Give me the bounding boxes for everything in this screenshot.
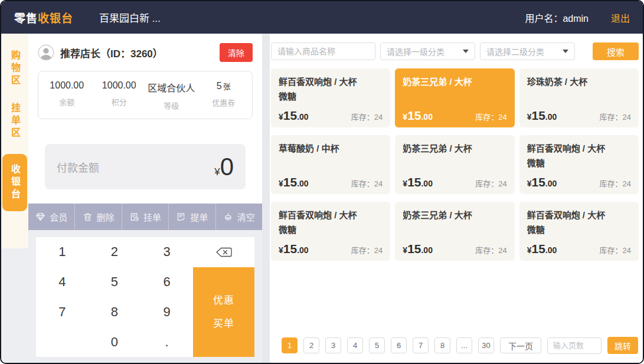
page-button-4[interactable]: 4 (347, 337, 363, 353)
page-button-6[interactable]: 6 (391, 337, 407, 353)
stat-coupons-label: 优惠券 (198, 97, 250, 108)
member-button[interactable]: 会员 (28, 204, 74, 230)
product-name: 鲜百香双响炮 / 大杯 微糖 (279, 75, 383, 104)
product-card[interactable]: 鲜百香双响炮 / 大杯 微糖 ¥15.00 库存：24 (519, 135, 639, 194)
category1-select[interactable]: 请选择一级分类 (380, 42, 475, 60)
product-grid: 鲜百香双响炮 / 大杯 微糖 ¥15.00 库存：24 奶茶三兄弟 / 大杯 ¥… (271, 68, 639, 261)
product-price: ¥15.00 (403, 176, 433, 188)
product-card[interactable]: 草莓酸奶 / 中杯 ¥15.00 库存：24 (271, 135, 390, 194)
trash-icon (83, 212, 93, 222)
stat-points-value: 1000.00 (93, 80, 146, 91)
product-name: 奶茶三兄弟 / 大杯 (403, 208, 506, 223)
product-stock: 库存：24 (600, 111, 631, 122)
sidebar-tab-strip: 购物区 挂单区 收银台 (1, 34, 28, 363)
numpad-key-4[interactable]: 4 (36, 267, 89, 297)
chevron-down-icon (463, 50, 469, 53)
hold-order-icon (129, 212, 139, 222)
clear-member-button[interactable]: 清除 (220, 43, 253, 62)
page-button-1[interactable]: 1 (282, 337, 298, 353)
product-card[interactable]: 奶茶三兄弟 / 大杯 ¥15.00 库存：24 (395, 68, 514, 127)
payment-amount-field[interactable]: 付款金额 ¥ 0 (45, 144, 246, 189)
store-name[interactable]: 百果园白新 ... (99, 10, 161, 25)
top-header-bar: 零售收银台 百果园白新 ... 用户名：admin 退出 (1, 1, 643, 34)
stat-points: 1000.00 积分 (93, 80, 146, 111)
product-name: 奶茶三兄弟 / 大杯 (403, 75, 506, 90)
numpad-key-1[interactable]: 1 (36, 237, 89, 267)
stat-balance-label: 余额 (41, 96, 93, 107)
search-button[interactable]: 搜索 (593, 42, 639, 60)
payment-placeholder: 付款金额 (57, 159, 99, 175)
hold-order-button[interactable]: 挂单 (122, 204, 168, 230)
jump-button[interactable]: 跳转 (607, 337, 638, 354)
page-button-30[interactable]: 30 (478, 337, 494, 353)
numpad-key-0[interactable]: 0 (89, 327, 141, 357)
product-stock: 库存：24 (475, 244, 506, 255)
app-title: 零售收银台 (14, 9, 73, 25)
numpad-key-6[interactable]: 6 (140, 267, 193, 297)
product-search-bar: 请选择一级分类 请选择二级分类 搜索 (271, 42, 639, 60)
numpad-key-7[interactable]: 7 (36, 297, 89, 327)
page-button-3[interactable]: 3 (325, 337, 341, 353)
member-button-label: 会员 (50, 211, 67, 223)
stat-coupons-value: 5 (217, 81, 222, 91)
header-right-group: 用户名：admin 退出 (525, 11, 630, 25)
cashier-panel: 推荐店长（ID：3260） 清除 1000.00 余额 1000.00 积分 区… (28, 34, 262, 363)
panel-divider (262, 34, 270, 363)
page-ellipsis[interactable]: ... (456, 337, 472, 353)
logout-button[interactable]: 退出 (611, 11, 630, 25)
discount-pay-button[interactable]: 优惠 买单 (193, 267, 254, 357)
numpad: 1 2 3 4 5 6 7 8 9 0 . (36, 237, 254, 357)
page-button-5[interactable]: 5 (369, 337, 385, 353)
numpad-key-3[interactable]: 3 (140, 237, 193, 267)
retrieve-order-button[interactable]: 提单 (168, 204, 215, 230)
numpad-backspace-key[interactable] (193, 237, 254, 267)
stat-coupons: 5张 优惠券 (198, 80, 250, 111)
payment-currency: ¥ (214, 166, 220, 178)
page-button-8[interactable]: 8 (434, 337, 450, 353)
delete-button[interactable]: 删除 (74, 204, 121, 230)
product-name: 珍珠奶茶 / 大杯 (527, 75, 631, 90)
numpad-key-2[interactable]: 2 (89, 237, 141, 267)
payment-amount: ¥ 0 (214, 155, 234, 179)
category2-select[interactable]: 请选择二级分类 (480, 42, 575, 60)
stat-level: 区域合伙人 等级 (145, 80, 198, 111)
numpad-key-5[interactable]: 5 (89, 267, 141, 297)
sidebar-tab-held-orders[interactable]: 挂单区 (10, 103, 19, 140)
stat-level-label: 等级 (145, 100, 198, 111)
product-price: ¥15.00 (403, 242, 433, 255)
product-card[interactable]: 鲜百香双响炮 / 大杯 微糖 ¥15.00 库存：24 (271, 202, 390, 261)
username-label: 用户名：admin (525, 11, 589, 25)
member-info-row: 推荐店长（ID：3260） 清除 (38, 43, 253, 62)
pos-app-window: 零售收银台 百果园白新 ... 用户名：admin 退出 购物区 挂单区 收银台 (0, 0, 644, 364)
member-icon (35, 212, 45, 222)
product-stock: 库存：24 (600, 178, 631, 189)
product-stock: 库存：24 (351, 111, 383, 122)
retrieve-order-icon (176, 212, 186, 222)
product-name: 鲜百香双响炮 / 大杯 微糖 (279, 208, 383, 238)
hold-order-button-label: 挂单 (143, 211, 161, 223)
clear-cart-button[interactable]: 清空 (215, 204, 262, 230)
page-number-input[interactable] (547, 337, 601, 354)
numpad-key-9[interactable]: 9 (140, 297, 193, 327)
app-title-suffix: 收银台 (38, 12, 73, 25)
product-name-input[interactable] (271, 42, 375, 60)
next-page-button[interactable]: 下一页 (500, 337, 541, 353)
sidebar-tab-shopping-area[interactable]: 购物区 (10, 50, 19, 87)
category1-select-value: 请选择一级分类 (387, 45, 444, 57)
app-title-prefix: 零售 (14, 12, 38, 25)
stat-coupons-unit: 张 (223, 82, 231, 91)
product-card[interactable]: 奶茶三兄弟 / 大杯 ¥15.00 库存：24 (395, 135, 514, 194)
product-card[interactable]: 鲜百香双响炮 / 大杯 微糖 ¥15.00 库存：24 (519, 202, 639, 261)
product-card[interactable]: 鲜百香双响炮 / 大杯 微糖 ¥15.00 库存：24 (271, 68, 390, 127)
product-card[interactable]: 奶茶三兄弟 / 大杯 ¥15.00 库存：24 (395, 202, 514, 261)
sidebar-tabs: 购物区 挂单区 收银台 (1, 34, 28, 248)
member-avatar-icon (38, 44, 54, 61)
page-button-7[interactable]: 7 (413, 337, 429, 353)
product-card[interactable]: 珍珠奶茶 / 大杯 ¥15.00 库存：24 (519, 68, 639, 127)
page-button-2[interactable]: 2 (303, 337, 319, 353)
clear-cart-button-label: 清空 (237, 211, 255, 223)
product-stock: 库存：24 (351, 178, 383, 189)
numpad-key-dot[interactable]: . (140, 327, 193, 357)
sidebar-tab-cashier[interactable]: 收银台 (2, 154, 27, 211)
numpad-key-8[interactable]: 8 (89, 297, 141, 327)
